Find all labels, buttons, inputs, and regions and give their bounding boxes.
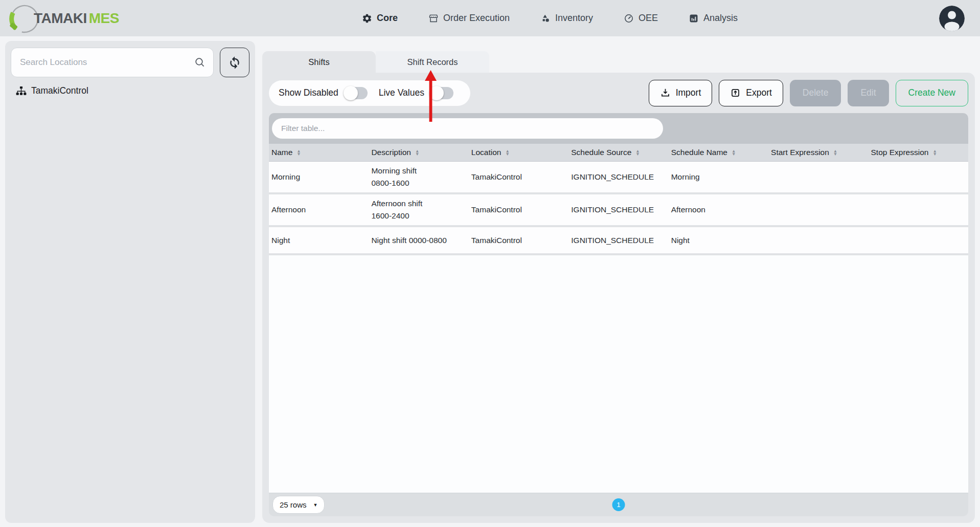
cell-name: Night xyxy=(269,233,369,248)
nav-item-inventory[interactable]: Inventory xyxy=(540,13,593,24)
shifts-table: Name ▲▼ Description ▲▼ Location ▲▼ Sch xyxy=(269,113,968,516)
table-footer: 25 rows ▼ 1 xyxy=(269,493,968,516)
refresh-button[interactable] xyxy=(220,48,249,77)
brand-primary: TAMAKI xyxy=(34,10,87,26)
toggle-knob xyxy=(429,86,444,100)
column-header-name[interactable]: Name ▲▼ xyxy=(269,148,369,157)
table-header-row: Name ▲▼ Description ▲▼ Location ▲▼ Sch xyxy=(269,144,968,162)
brand-name: TAMAKIMES xyxy=(34,10,119,27)
cell-stop-expression xyxy=(869,237,968,244)
cell-location: TamakiControl xyxy=(469,202,568,217)
search-locations-input[interactable] xyxy=(11,48,214,77)
live-values-toggle[interactable] xyxy=(430,87,453,99)
cell-name: Morning xyxy=(269,169,369,185)
cell-schedule-name: Morning xyxy=(669,169,768,185)
sort-icons: ▲▼ xyxy=(932,149,937,156)
column-header-stop-expression[interactable]: Stop Expression ▲▼ xyxy=(869,148,968,157)
sort-icons: ▲▼ xyxy=(732,149,736,156)
locations-sidebar: TamakiControl xyxy=(5,41,255,523)
export-label: Export xyxy=(746,87,772,98)
top-bar: TAMAKIMES Core Order Execution xyxy=(0,0,980,36)
tab-shift-records[interactable]: Shift Records xyxy=(376,51,489,73)
column-header-start-expression[interactable]: Start Expression ▲▼ xyxy=(768,148,868,157)
edit-button[interactable]: Edit xyxy=(848,80,888,106)
column-header-schedule-name[interactable]: Schedule Name ▲▼ xyxy=(669,148,768,157)
import-button[interactable]: Import xyxy=(649,80,713,106)
live-values-label: Live Values xyxy=(379,87,424,98)
account-icon xyxy=(939,6,965,31)
action-buttons: Import Export Delete xyxy=(649,80,968,106)
pagination-page-1[interactable]: 1 xyxy=(612,498,625,511)
cell-location: TamakiControl xyxy=(469,169,568,185)
nav-label: Core xyxy=(377,13,398,24)
cell-description: Afternoon shift 1600-2400 xyxy=(369,194,468,225)
rows-per-page-select[interactable]: 25 rows ▼ xyxy=(272,496,325,514)
location-tree-item-tamakicontrol[interactable]: TamakiControl xyxy=(11,85,249,96)
nav-item-order-execution[interactable]: Order Execution xyxy=(428,13,510,24)
gear-icon xyxy=(362,13,372,24)
gauge-icon xyxy=(624,13,634,24)
cell-location: TamakiControl xyxy=(469,233,568,248)
table-filter-input[interactable] xyxy=(272,118,663,139)
sort-icons: ▲▼ xyxy=(415,149,419,156)
cell-schedule-source: IGNITION_SCHEDULE xyxy=(568,202,668,217)
cell-start-expression xyxy=(768,207,868,213)
nav-label: OEE xyxy=(639,13,658,24)
top-nav: Core Order Execution xyxy=(161,13,939,24)
nav-label: Analysis xyxy=(703,13,738,24)
rows-per-page-value: 25 rows xyxy=(280,500,307,509)
table-body: Morning Morning shift 0800-1600 TamakiCo… xyxy=(269,162,968,493)
cell-description: Morning shift 0800-1600 xyxy=(369,162,468,192)
tab-bar: Shifts Shift Records xyxy=(262,51,975,73)
cell-schedule-name: Afternoon xyxy=(669,202,768,217)
storefront-icon xyxy=(428,13,439,24)
cell-start-expression xyxy=(768,237,868,244)
caret-down-icon: ▼ xyxy=(313,502,318,508)
content-area: TamakiControl Shifts Shift Records Show … xyxy=(5,41,975,523)
shapes-icon xyxy=(540,13,551,24)
nav-item-oee[interactable]: OEE xyxy=(624,13,658,24)
cell-description: Night shift 0000-0800 xyxy=(369,231,468,250)
table-row-afternoon[interactable]: Afternoon Afternoon shift 1600-2400 Tama… xyxy=(269,194,968,227)
search-icon xyxy=(194,56,206,69)
table-row-night[interactable]: Night Night shift 0000-0800 TamakiContro… xyxy=(269,227,968,255)
tab-shifts[interactable]: Shifts xyxy=(262,51,376,73)
create-new-button[interactable]: Create New xyxy=(896,80,968,106)
sort-icons: ▲▼ xyxy=(505,149,509,156)
toggle-group: Show Disabled Live Values xyxy=(269,80,470,106)
cell-stop-expression xyxy=(869,207,968,213)
sort-icons: ▲▼ xyxy=(833,149,837,156)
table-row-morning[interactable]: Morning Morning shift 0800-1600 TamakiCo… xyxy=(269,162,968,194)
refresh-icon xyxy=(227,55,242,70)
location-label: TamakiControl xyxy=(31,85,88,96)
column-header-description[interactable]: Description ▲▼ xyxy=(369,148,468,157)
export-button[interactable]: Export xyxy=(719,80,783,106)
show-disabled-toggle[interactable] xyxy=(345,87,368,99)
cell-schedule-name: Night xyxy=(669,233,768,248)
search-locations-box xyxy=(11,48,214,77)
delete-button[interactable]: Delete xyxy=(790,80,841,106)
app-logo: TAMAKIMES xyxy=(7,1,161,36)
delete-label: Delete xyxy=(803,87,829,98)
nav-item-core[interactable]: Core xyxy=(362,13,398,24)
table-filter-bar xyxy=(269,113,968,144)
import-icon xyxy=(660,87,671,98)
cell-stop-expression xyxy=(869,174,968,180)
toolbar: Show Disabled Live Values xyxy=(269,79,968,106)
app-root: TAMAKIMES Core Order Execution xyxy=(0,0,980,527)
toggle-knob xyxy=(344,86,358,100)
cell-schedule-source: IGNITION_SCHEDULE xyxy=(568,169,668,185)
export-icon xyxy=(730,87,741,98)
nav-item-analysis[interactable]: Analysis xyxy=(689,13,738,24)
column-header-location[interactable]: Location ▲▼ xyxy=(469,148,568,157)
import-label: Import xyxy=(676,87,701,98)
show-disabled-label: Show Disabled xyxy=(279,87,338,98)
nav-label: Order Execution xyxy=(443,13,510,24)
nav-label: Inventory xyxy=(555,13,593,24)
user-avatar[interactable] xyxy=(939,6,965,31)
bar-chart-icon xyxy=(689,13,699,24)
shifts-panel: Show Disabled Live Values xyxy=(262,73,975,523)
cell-start-expression xyxy=(768,174,868,180)
edit-label: Edit xyxy=(860,87,876,98)
column-header-schedule-source[interactable]: Schedule Source ▲▼ xyxy=(568,148,668,157)
